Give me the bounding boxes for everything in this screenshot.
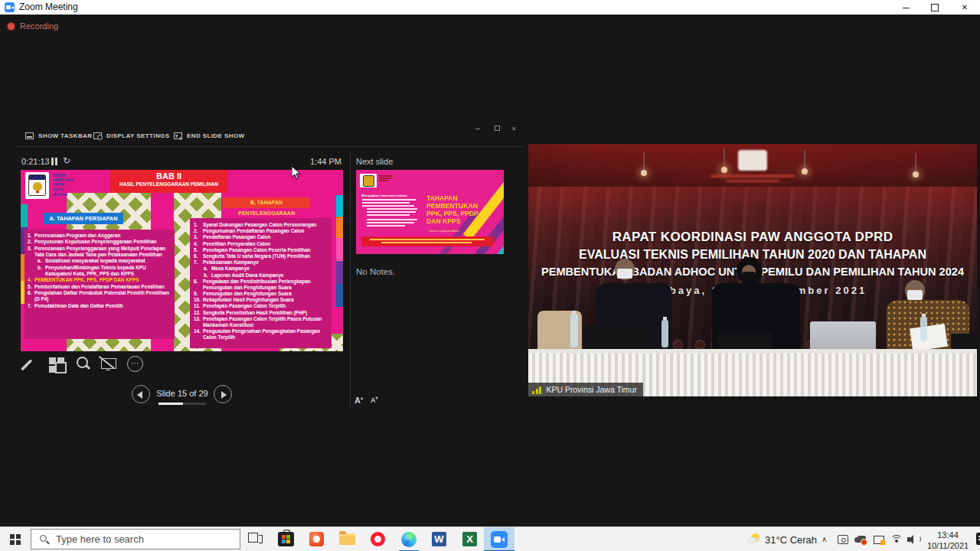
slide-title: BAB II: [110, 171, 227, 181]
recording-indicator: Recording: [8, 21, 58, 31]
pane-divider: [350, 152, 351, 407]
kpu-logo-small: [360, 174, 377, 187]
backdrop-logo-text: [710, 174, 795, 178]
taskbar-item-explorer[interactable]: [332, 527, 363, 551]
slide-header: BAB II HASIL PENYELENGGARAAN PEMILIHAN: [110, 170, 227, 193]
thumbnail-subtitle: Untuk Laporan Akhir: [429, 229, 459, 233]
clock[interactable]: 13:44 10/11/2021: [921, 530, 975, 551]
taskbar-item-opera[interactable]: [363, 527, 394, 551]
zoom-app-icon: [5, 2, 15, 12]
taskbar-search[interactable]: [31, 529, 240, 549]
restore-button[interactable]: [922, 0, 948, 15]
thumbnail-banner: [361, 236, 493, 246]
current-slide[interactable]: KOMISIPEMILIHANUMUMKOTAMADIUN BAB II HAS…: [21, 170, 343, 351]
windows-logo-icon: [10, 534, 21, 545]
participant-video-tile[interactable]: RAPAT KOORDINASI PAW ANGGOTA DPRDEVALUAS…: [528, 144, 977, 396]
edge-block: [336, 238, 343, 261]
caption-bar: [379, 175, 393, 177]
text-line: [367, 222, 414, 223]
show-taskbar-button[interactable]: SHOW TASKBAR: [25, 130, 92, 142]
text-line: [367, 211, 416, 213]
pause-timer-button[interactable]: [51, 158, 58, 165]
word-icon: W: [432, 532, 446, 546]
presenter-restore-button[interactable]: [491, 125, 503, 134]
zoom-slide-button[interactable]: [76, 356, 93, 373]
water-bottle: [570, 314, 578, 347]
participant-name-label: KPU Provinsi Jawa Timur: [528, 383, 643, 396]
toolbar-divider: [15, 146, 524, 147]
recording-dot-icon: [8, 23, 15, 30]
thumbnail-title: TAHAPANPEMBENTUKANPPK, PPS, PPDPDAN KPPS: [426, 194, 500, 226]
onedrive-icon[interactable]: [854, 533, 867, 546]
water-bottle: [662, 320, 668, 347]
next-arrow-icon: [221, 391, 227, 399]
start-button[interactable]: [0, 527, 31, 551]
water-bottle: [920, 317, 927, 341]
taskbar-icon: [25, 132, 34, 139]
next-slide-thumbnail[interactable]: Menyajikan informasi terkait: TAHAPANPEM…: [356, 170, 504, 254]
black-screen-button[interactable]: [101, 357, 118, 373]
pen-icon: [21, 358, 33, 370]
mouse-cursor: [292, 166, 301, 183]
taskbar-item-word[interactable]: W: [424, 527, 455, 551]
restart-timer-button[interactable]: ↻: [63, 155, 70, 166]
increase-font-button[interactable]: A▴: [354, 395, 363, 405]
see-all-slides-button[interactable]: [49, 356, 66, 373]
presenter-close-button[interactable]: [508, 125, 520, 134]
edge-block: [336, 284, 343, 307]
wifi-icon[interactable]: [890, 533, 903, 546]
next-slide-button[interactable]: [214, 385, 232, 403]
kpu-logo: [25, 172, 49, 199]
hidden-icons-chevron[interactable]: ∧: [822, 535, 827, 543]
meet-now-icon[interactable]: [837, 533, 849, 546]
laptop: [951, 334, 977, 349]
kpu-emblem-icon: [28, 174, 46, 196]
window-titlebar: Zoom Meeting: [0, 0, 980, 15]
notes-text: No Notes.: [356, 267, 395, 276]
notification-center-button[interactable]: 1: [976, 533, 980, 545]
taskbar-item-store[interactable]: [271, 527, 302, 551]
previous-slide-button[interactable]: [132, 385, 150, 403]
end-slideshow-icon: [174, 132, 182, 139]
end-slide-show-button[interactable]: END SLIDE SHOW: [174, 130, 244, 142]
display-settings-button[interactable]: DISPLAY SETTINGS ▼: [93, 130, 179, 142]
kpu-backdrop-logo: [738, 150, 767, 171]
minimize-button[interactable]: [893, 0, 919, 15]
ceiling-lamp: [724, 148, 725, 168]
pen-tool-button[interactable]: [24, 356, 41, 373]
edge-block: [336, 261, 343, 284]
text-line: [362, 205, 414, 207]
display-tray-icon[interactable]: [873, 533, 885, 546]
presenter-minimize-button[interactable]: [472, 125, 484, 134]
section-a-heading: A. TAHAPAN PERSIAPAN: [44, 213, 123, 224]
volume-icon[interactable]: [907, 533, 920, 546]
section-b-list: 1.Syarat Dukungan Pasangan Calon Perseor…: [190, 218, 332, 348]
task-view-button[interactable]: [240, 527, 271, 551]
weather-icon[interactable]: [746, 533, 760, 546]
ceiling-lamp: [915, 153, 916, 173]
taskbar-item-excel[interactable]: X: [455, 527, 485, 551]
recording-label: Recording: [20, 21, 58, 31]
document-paper: [910, 324, 948, 351]
taskbar-item-edge[interactable]: [394, 527, 424, 551]
text-line: [367, 214, 410, 216]
text-line: [367, 219, 417, 220]
display-settings-icon: [93, 132, 102, 139]
slide-subtitle: HASIL PENYELENGGARAAN PEMILIHAN: [110, 181, 227, 187]
office-icon: [309, 532, 324, 546]
search-input[interactable]: [54, 533, 223, 546]
thumbnail-intro-text: Menyajikan informasi terkait:: [361, 194, 408, 197]
more-options-button[interactable]: ⋯: [127, 356, 143, 372]
taskbar-item-zoom[interactable]: [484, 527, 514, 551]
edge-block: [336, 217, 343, 238]
elapsed-timer: 0:21:13: [21, 157, 50, 166]
previous-arrow-icon: [137, 391, 142, 399]
window-title: Zoom Meeting: [19, 0, 78, 15]
weather-text[interactable]: 31°C Cerah: [765, 534, 817, 546]
close-button[interactable]: [952, 0, 978, 15]
ceiling-lamp: [804, 150, 805, 170]
decrease-font-button[interactable]: A▾: [371, 395, 378, 404]
taskbar-item-office[interactable]: [302, 527, 332, 551]
text-line: [367, 225, 405, 227]
system-tray: 31°C Cerah ∧ 13:44 10/11/2021 1: [746, 527, 980, 551]
